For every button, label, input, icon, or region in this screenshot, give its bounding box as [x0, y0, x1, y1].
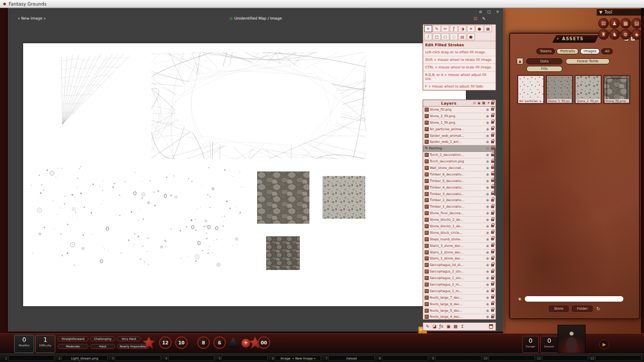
visibility-eye-icon[interactable] [486, 153, 489, 157]
visibility-eye-icon[interactable] [486, 296, 489, 300]
hotkey-box[interactable] [542, 355, 588, 361]
hotkey-box[interactable]: Light_stream.png [61, 355, 108, 361]
refresh-icon[interactable]: ↻ [596, 306, 600, 311]
lock-icon[interactable] [491, 251, 494, 253]
layer-row[interactable]: Roots_large_7_dec... [423, 295, 496, 301]
layer-row[interactable]: Sarcophagus_2_m... [423, 282, 496, 288]
lock-icon[interactable] [491, 108, 494, 111]
difficulty-moderate[interactable]: Moderate [57, 344, 89, 349]
visibility-eye-icon[interactable] [486, 146, 489, 150]
layer-row[interactable]: Spider_web_2_ani... [423, 139, 496, 145]
layers-scrollbar[interactable] [494, 148, 496, 196]
drawing-canvas[interactable] [23, 43, 466, 306]
paint-tool-button[interactable]: ☀ [467, 25, 475, 32]
layers-header-icon[interactable]: ▦ [482, 101, 486, 105]
visibility-eye-icon[interactable] [486, 237, 489, 241]
difficulty-straightforward[interactable]: Straightforward [57, 336, 89, 341]
visibility-eye-icon[interactable] [486, 186, 489, 190]
shortcut-icon[interactable]: ▦ [620, 18, 631, 29]
visibility-eye-icon[interactable] [486, 159, 489, 163]
layer-row[interactable]: Sarcophagus_2_sto... [423, 268, 496, 275]
paint-tool-button[interactable]: ƒ [450, 25, 458, 32]
hotkey-box[interactable] [115, 355, 161, 361]
lock-icon[interactable] [491, 134, 494, 137]
layer-row[interactable]: Stone_blocks_1_de... [423, 223, 496, 230]
asset-thumb-stone-1-fill[interactable]: Stone_1_fill.pn [546, 75, 573, 104]
lock-icon[interactable] [491, 257, 494, 260]
tab-portraits[interactable]: Portraits [556, 48, 578, 54]
paint-tool-button[interactable]: ● [467, 33, 475, 40]
lock-icon[interactable] [491, 231, 494, 234]
layer-row[interactable]: Stone_blocks_2_de... [423, 217, 496, 223]
visibility-eye-icon[interactable] [486, 276, 489, 280]
layers-header-icon[interactable]: ☀ [487, 101, 490, 105]
visibility-eye-icon[interactable] [486, 114, 489, 118]
despair-box[interactable]: 0 Despair [540, 336, 558, 353]
difficulty-box[interactable]: 1 Difficulty [35, 335, 55, 353]
lock-icon[interactable] [491, 199, 494, 202]
layers-toolbar-icon[interactable]: ▩ [453, 324, 457, 329]
difficulty-nearly-impossible[interactable]: Nearly Impossible [117, 344, 149, 349]
layer-row[interactable]: Roots_large_5_dec... [423, 308, 496, 314]
d8-die[interactable]: 8 [197, 336, 210, 349]
lock-icon[interactable] [491, 206, 494, 208]
store-button[interactable]: Store [549, 306, 569, 312]
character-portrait[interactable] [557, 325, 586, 353]
layer-row[interactable]: Steps_round_stone... [423, 236, 496, 243]
d4-die[interactable] [227, 337, 239, 348]
visibility-eye-icon[interactable] [486, 302, 489, 306]
play-button[interactable]: ▶ [599, 339, 609, 349]
hotkey-box[interactable] [595, 355, 641, 361]
dice-icon[interactable]: ⚄ [473, 16, 477, 21]
asset-thumb-stone-fill[interactable]: Stone_fill.png [603, 75, 630, 104]
shortcut-icon[interactable]: ♞ [609, 29, 620, 40]
visibility-eye-icon[interactable] [486, 205, 489, 209]
difficulty-challenging[interactable]: Challenging [90, 336, 115, 341]
layers-toolbar-icon[interactable]: ◪ [432, 324, 436, 329]
visibility-eye-icon[interactable] [486, 172, 489, 176]
lock-icon[interactable] [491, 283, 494, 286]
lock-icon[interactable] [491, 316, 494, 318]
visibility-eye-icon[interactable] [486, 309, 489, 313]
visibility-eye-icon[interactable] [486, 263, 489, 267]
close-icon[interactable]: × [495, 10, 500, 14]
lock-icon[interactable] [491, 238, 494, 240]
radial-menu-icon[interactable]: ⊘ [478, 10, 483, 14]
layer-row[interactable]: Timber_6_decoratio... [423, 171, 496, 178]
layer-row[interactable]: Stone_floor_decora... [423, 210, 496, 217]
layers-toolbar-icon[interactable]: ▣ [446, 324, 450, 329]
paint-tool-button[interactable]: / [424, 33, 432, 40]
layer-row[interactable]: Timber_1_decoratio... [423, 204, 496, 210]
visibility-eye-icon[interactable] [486, 269, 489, 274]
layer-row[interactable]: Torch_2_decoration... [423, 152, 496, 158]
visibility-eye-icon[interactable] [486, 224, 489, 228]
shortcut-icon[interactable]: ♟ [609, 18, 620, 29]
edit-icon[interactable]: ✎ [482, 16, 486, 21]
lock-icon[interactable] [491, 290, 494, 292]
layer-row[interactable]: Stone_2_fill.png [423, 113, 496, 120]
lock-icon[interactable] [491, 277, 494, 280]
layers-toolbar-icon[interactable]: ƒx [439, 324, 443, 329]
layer-row[interactable]: Torch_decoration.png [423, 158, 496, 165]
layer-row[interactable]: Sarcophagus_1_sto... [423, 275, 496, 282]
maximize-icon[interactable]: ▢ [487, 10, 492, 14]
lock-icon[interactable] [491, 212, 494, 215]
shortcut-icon[interactable]: ◈ [631, 29, 642, 40]
paint-tool-button[interactable]: ◌ [450, 33, 458, 40]
hotkey-box[interactable] [489, 355, 535, 361]
visibility-eye-icon[interactable] [486, 315, 489, 319]
hotkey-box[interactable] [168, 355, 214, 361]
visibility-eye-icon[interactable] [486, 211, 489, 215]
layer-row[interactable]: Stone_1_fill.png [423, 120, 496, 126]
back-to-new-image[interactable]: « New Image » [18, 16, 46, 21]
layer-row[interactable]: Roots_large_4_dec... [423, 314, 496, 320]
lock-icon[interactable] [491, 121, 494, 124]
lock-icon[interactable] [491, 296, 494, 299]
layers-header-icon[interactable]: ⊙ [473, 101, 476, 105]
shortcut-icon[interactable]: ♜ [598, 29, 609, 40]
paint-tool-button[interactable]: ▢ [433, 33, 441, 40]
lock-icon[interactable] [491, 115, 494, 117]
layer-row[interactable]: Wall_stone_decorat... [423, 165, 496, 171]
hotkey-box[interactable]: Image: « New Image » [275, 355, 321, 361]
tool-strip-header[interactable]: ▼ Tool [597, 9, 644, 16]
